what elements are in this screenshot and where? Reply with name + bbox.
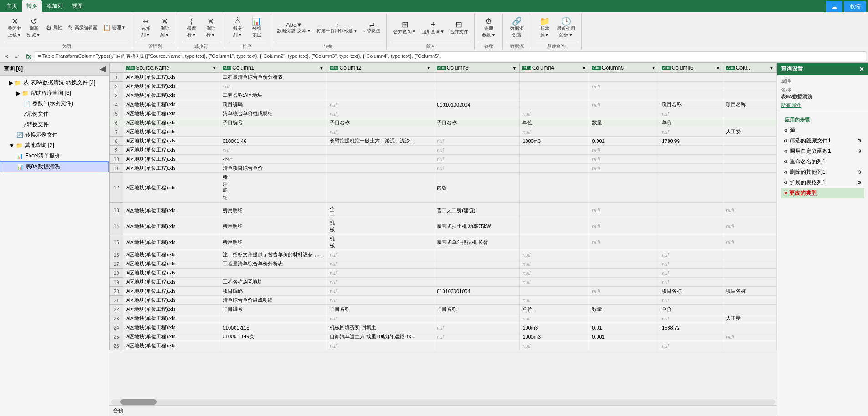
cloud-btn[interactable]: ☁ — [826, 1, 842, 12]
formula-input[interactable] — [35, 51, 866, 61]
sidebar-item-table9a[interactable]: 📊 表9A数据清洗 — [0, 161, 109, 172]
sidebar-item-example-file[interactable]: 𝑓 示例文件 — [0, 109, 109, 119]
row-num: 11 — [110, 164, 123, 173]
col-column7[interactable]: Abc Colu... ▼ — [723, 63, 777, 73]
step-item[interactable]: ⚙源 — [781, 125, 864, 136]
advanced-editor-btn[interactable]: ✎ 高级编辑器 — [66, 23, 100, 32]
keep-rows-btn[interactable]: ⟨ 保留行▼ — [183, 16, 201, 40]
datasource-settings-btn[interactable]: 🔗 数据源设置 — [508, 16, 526, 40]
sidebar-item-from-table[interactable]: ▶ 📁 从 表9A数据清洗 转换文件 [2] — [0, 77, 109, 88]
table-cell: A区地块(单位工程).xls — [123, 259, 220, 269]
sidebar-item-param1[interactable]: 📄 参数1 (示例文件) — [0, 98, 109, 109]
collapse-btn[interactable]: 收缩 — [844, 1, 866, 12]
step-item[interactable]: ⚙扩展的表格列1⚙ — [781, 178, 864, 188]
delete-cols-btn[interactable]: ✕ 删除列▼ — [156, 16, 174, 40]
group-by-btn[interactable]: 📊 分组依据 — [248, 16, 266, 40]
col-source-name[interactable]: Abc Source.Name ▼ — [123, 63, 220, 73]
step-item[interactable]: ⚙调用自定义函数1⚙ — [781, 146, 864, 157]
step-gear-icon: ⚙ — [784, 159, 788, 164]
col-column6[interactable]: Abc Column6 ▼ — [659, 63, 723, 73]
step-settings-icon[interactable]: ⚙ — [857, 138, 862, 144]
tab-add-col[interactable]: 添加列 — [42, 0, 67, 12]
step-item[interactable]: ⚙筛选的隐藏文件1⚙ — [781, 136, 864, 146]
table-cell: 普工人工费(建筑) — [434, 203, 520, 218]
step-settings-icon[interactable]: ⚙ — [857, 169, 862, 175]
scrollbar-area[interactable] — [109, 398, 777, 405]
col-column1[interactable]: Abc Column1 ▼ — [220, 63, 327, 73]
step-settings-icon[interactable]: ⚙ — [857, 148, 862, 154]
table-cell: null — [327, 296, 434, 305]
sidebar-item-excel-report[interactable]: 📊 Excel清单报价 — [0, 151, 109, 161]
tab-home[interactable]: 主页 — [2, 0, 22, 12]
table-cell: null — [327, 278, 434, 287]
table-cell: null — [659, 341, 723, 350]
table-cell: A区地块(单位工程).xls — [123, 173, 220, 203]
recent-sources-btn[interactable]: 🕒 最近使用的源▼ — [555, 16, 577, 40]
step-item[interactable]: ⚙删除的其他列1⚙ — [781, 167, 864, 178]
formula-cancel-icon[interactable]: ✕ — [2, 52, 11, 61]
table-cell: 人 工 — [327, 203, 434, 218]
col-column4[interactable]: Abc Column4 ▼ — [520, 63, 589, 73]
col2-filter-btn[interactable]: ▼ — [426, 66, 431, 71]
new-source-btn[interactable]: 📁 新建源▼ — [536, 16, 554, 40]
manage-btn[interactable]: 📋 管理▼ — [101, 23, 128, 32]
filter-btn[interactable]: ▼ — [212, 66, 217, 71]
datatype-btn[interactable]: Abc▼ 数据类型: 文本▼ — [275, 20, 313, 36]
table-cell: A区地块(单位工程).xls — [123, 146, 220, 155]
table-cell — [723, 146, 777, 155]
merge-files-btn[interactable]: ⊟ 合并文件 — [448, 19, 470, 36]
col-column3[interactable]: Abc Column3 ▼ — [434, 63, 520, 73]
merge-query-btn[interactable]: ⊞ 合并查询▼ — [391, 19, 419, 36]
replace-values-btn[interactable]: ⇄ ↕ 替换值 — [361, 20, 383, 36]
sidebar-item-transform-file[interactable]: 𝑓 转换文件 — [0, 119, 109, 130]
combine-label: 组合 — [391, 42, 470, 50]
right-panel-close-btn[interactable]: ✕ — [859, 66, 864, 73]
row-num-header — [110, 63, 123, 73]
sidebar-collapse-btn[interactable]: ◀ — [100, 65, 105, 73]
col7-filter-btn[interactable]: ▼ — [769, 66, 774, 71]
select-cols-btn[interactable]: ↔ 选择列▼ — [137, 16, 155, 40]
table-cell — [589, 173, 659, 203]
tab-view[interactable]: 视图 — [67, 0, 87, 12]
col4-filter-btn[interactable]: ▼ — [582, 66, 586, 71]
tab-transform[interactable]: 转换 — [22, 0, 42, 12]
table-cell: 子目名称 — [434, 118, 520, 127]
properties-btn[interactable]: ⚙ 属性 — [44, 23, 65, 32]
col-column5[interactable]: Abc Column5 ▼ — [589, 63, 659, 73]
delete-rows-btn[interactable]: ✕ 删除行▼ — [202, 16, 220, 40]
table-cell — [659, 164, 723, 173]
table-cell: null — [659, 250, 723, 259]
step-settings-icon[interactable]: ⚙ — [857, 180, 862, 186]
split-col-btn[interactable]: ⧊ 拆分列▼ — [229, 16, 247, 40]
formula-fx-icon[interactable]: fx — [24, 52, 33, 61]
sidebar-item-transform-example[interactable]: 🔄 转换示例文件 — [0, 130, 109, 140]
all-properties-link[interactable]: 所有属性 — [781, 102, 801, 108]
col-column2[interactable]: Abc Column2 ▼ — [327, 63, 434, 73]
table-cell: null — [589, 203, 659, 218]
close-upload-btn[interactable]: ✕ 关闭并上载▼ — [5, 16, 24, 40]
table-cell: 工程量清单综合单价分析表 — [220, 73, 327, 82]
col5-filter-btn[interactable]: ▼ — [651, 66, 656, 71]
table-cell: A区地块(单位工程).xls — [123, 100, 220, 109]
h-scrollbar-thumb[interactable] — [120, 399, 157, 405]
table-cell: null — [589, 146, 659, 155]
sidebar-item-helper[interactable]: ▶ 📁 帮助程序查询 [3] — [0, 88, 109, 98]
step-item[interactable]: ⚙重命名名的列1 — [781, 157, 864, 167]
manage-params-btn[interactable]: ⚙ 管理参数▼ — [480, 16, 498, 40]
table-cell: 010001-149换 — [220, 332, 327, 341]
steps-list: ⚙源⚙筛选的隐藏文件1⚙⚙调用自定义函数1⚙⚙重命名名的列1⚙删除的其他列1⚙⚙… — [781, 125, 864, 198]
col1-filter-btn[interactable]: ▼ — [319, 66, 324, 71]
col6-filter-btn[interactable]: ▼ — [715, 66, 720, 71]
col2-header-label: Column2 — [339, 65, 361, 71]
sidebar-item-other-queries[interactable]: ▼ 📁 其他查询 [2] — [0, 140, 109, 151]
table-icon: 📊 — [16, 153, 23, 159]
row-num: 6 — [110, 118, 123, 127]
formula-confirm-icon[interactable]: ✓ — [13, 52, 22, 61]
table-container[interactable]: Abc Source.Name ▼ Abc Column1 ▼ — [109, 63, 777, 398]
col3-filter-btn[interactable]: ▼ — [512, 66, 516, 71]
step-item[interactable]: ✕更改的类型 — [781, 188, 864, 198]
first-row-header-btn[interactable]: ↕ 将第一行用作标题▼ — [314, 20, 360, 36]
append-query-btn[interactable]: + 追加查询▼ — [419, 19, 447, 36]
h-scrollbar[interactable] — [111, 399, 775, 405]
refresh-btn[interactable]: ↺ 刷新预览▼ — [25, 16, 43, 40]
